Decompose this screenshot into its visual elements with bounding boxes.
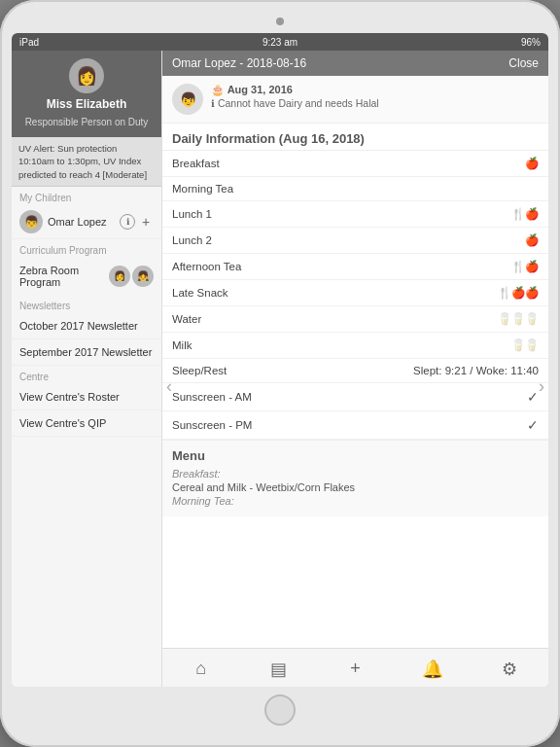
screen: iPad 9:23 am 96% 👩 Miss Elizabeth Respon… [12,33,548,687]
meal-icons-breakfast: 🍎 [525,157,539,170]
meal-icons-afternoon-tea: 🍴🍎 [511,260,539,273]
view-roster-link[interactable]: View Centre's Roster [12,384,161,410]
status-left: iPad [19,37,39,48]
status-battery: 96% [521,37,541,48]
meal-name-late-snack: Late Snack [172,287,498,299]
alert-avatar: 👦 [172,84,203,115]
newsletter-2-link[interactable]: September 2017 Newsletter [12,339,161,366]
view-qip-link[interactable]: View Centre's QIP [12,410,161,437]
sleep-value: Slept: 9:21 / Woke: 11:40 [413,365,539,376]
status-time: 9:23 am [262,37,298,48]
curriculum-section: Zebra Room Program 👩 👧 [12,258,161,295]
bottom-nav: ⌂ ▤ + 🔔 ⚙ [162,648,548,687]
section-newsletters-label: Newsletters [12,295,161,313]
menu-morning-tea-label: Morning Tea: [172,495,539,507]
meal-name-breakfast: Breakfast [172,158,525,169]
sidebar: 👩 Miss Elizabeth Responsible Person on D… [12,51,162,687]
info-icon[interactable]: ℹ [120,214,135,230]
meal-row-lunch2: Lunch 2 🍎 [162,228,548,254]
panel-scroll: ‹ › Daily Information (Aug 16, 2018) Bre… [162,124,548,648]
home-icon: ⌂ [195,658,206,679]
add-child-icon[interactable]: + [138,214,154,230]
meal-row-lunch1: Lunch 1 🍴🍎 [162,201,548,228]
meal-row-late-snack: Late Snack 🍴🍎🍎 [162,280,548,306]
home-button[interactable] [264,694,296,726]
sunscreen-pm-check: ✓ [527,417,539,433]
close-button[interactable]: Close [508,56,539,70]
curriculum-avatar-1: 👩 [109,266,130,287]
alert-info: 🎂 Aug 31, 2016 ℹ Cannot have Dairy and n… [211,84,379,109]
meal-row-milk: Milk 🥛🥛 [162,333,548,359]
child-name: Omar Lopez [48,216,115,228]
sleep-row: Sleep/Rest Slept: 9:21 / Woke: 11:40 [162,359,548,383]
alert-date: 🎂 Aug 31, 2016 [211,84,379,96]
sunscreen-am-label: Sunscreen - AM [172,391,527,403]
nav-bell-button[interactable]: 🔔 [394,658,471,680]
meal-icons-milk: 🥛🥛 [511,338,539,352]
main-content: 👩 Miss Elizabeth Responsible Person on D… [12,51,548,687]
meal-name-morning-tea: Morning Tea [172,183,539,195]
section-centre-label: Centre [12,366,161,384]
responsible-person-role: Responsible Person on Duty [16,117,158,133]
meal-icons-lunch2: 🍎 [525,233,539,247]
meal-name-water: Water [172,313,498,325]
meal-icons-late-snack: 🍴🍎🍎 [498,286,539,300]
menu-breakfast-value: Cereal and Milk - Weetbix/Corn Flakes [172,481,539,493]
child-action-icons: ℹ + [120,214,154,230]
menu-title: Menu [172,448,539,463]
section-curriculum-label: Curriculum Program [12,239,161,258]
meal-icons-water: 🥛🥛🥛 [498,312,539,326]
child-avatar: 👦 [19,210,43,233]
alert-description: ℹ Cannot have Dairy and needs Halal [211,97,379,109]
sunscreen-pm-label: Sunscreen - PM [172,419,527,431]
uv-alert: UV Alert: Sun protection 10:10am to 1:30… [12,137,161,187]
cake-icon: 🎂 [211,84,225,95]
child-row[interactable]: 👦 Omar Lopez ℹ + [12,205,161,239]
list-icon: ▤ [270,658,287,680]
nav-settings-button[interactable]: ⚙ [472,658,548,680]
curriculum-avatars: 👩 👧 [109,266,154,287]
meal-name-lunch1: Lunch 1 [172,208,511,220]
prev-arrow[interactable]: ‹ [162,375,176,396]
camera [276,18,284,25]
responsible-person-name: Miss Elizabeth [16,97,158,111]
responsible-person-avatar: 👩 [69,58,104,93]
sunscreen-pm-row: Sunscreen - PM ✓ [162,411,548,440]
meal-name-milk: Milk [172,339,511,351]
status-bar: iPad 9:23 am 96% [12,33,548,51]
nav-add-button[interactable]: + [317,658,394,679]
menu-breakfast-label: Breakfast: [172,468,539,480]
curriculum-room-label: Zebra Room Program [19,265,109,288]
panel-title: Omar Lopez - 2018-08-16 [172,56,306,70]
meal-row-breakfast: Breakfast 🍎 [162,151,548,177]
daily-section-title: Daily Information (Aug 16, 2018) [162,124,548,151]
meal-icons-lunch1: 🍴🍎 [511,207,539,221]
sleep-label: Sleep/Rest [172,365,227,376]
nav-home-button[interactable]: ⌂ [162,658,239,679]
gear-icon: ⚙ [502,658,517,680]
bell-icon: 🔔 [422,658,443,680]
alert-row: 👦 🎂 Aug 31, 2016 ℹ Cannot have Dairy and… [162,76,548,124]
curriculum-avatar-2: 👧 [132,266,154,287]
meal-row-water: Water 🥛🥛🥛 [162,306,548,333]
section-children-label: My Children [12,187,161,205]
menu-section: Menu Breakfast: Cereal and Milk - Weetbi… [162,440,548,516]
right-panel: Omar Lopez - 2018-08-16 Close 👦 🎂 Aug 31… [162,51,548,687]
meal-row-morning-tea: Morning Tea [162,177,548,201]
newsletter-1-link[interactable]: October 2017 Newsletter [12,313,161,339]
curriculum-row[interactable]: Zebra Room Program 👩 👧 [19,262,154,291]
meal-name-afternoon-tea: Afternoon Tea [172,261,511,272]
nav-list-button[interactable]: ▤ [239,658,316,680]
meal-name-lunch2: Lunch 2 [172,234,525,246]
alert-info-icon: ℹ [211,98,215,109]
sunscreen-am-row: Sunscreen - AM ✓ [162,383,548,411]
add-icon: + [350,658,361,679]
next-arrow[interactable]: › [535,375,548,396]
sidebar-header: 👩 Miss Elizabeth Responsible Person on D… [12,51,161,137]
meal-row-afternoon-tea: Afternoon Tea 🍴🍎 [162,254,548,280]
panel-header: Omar Lopez - 2018-08-16 Close [162,51,548,76]
